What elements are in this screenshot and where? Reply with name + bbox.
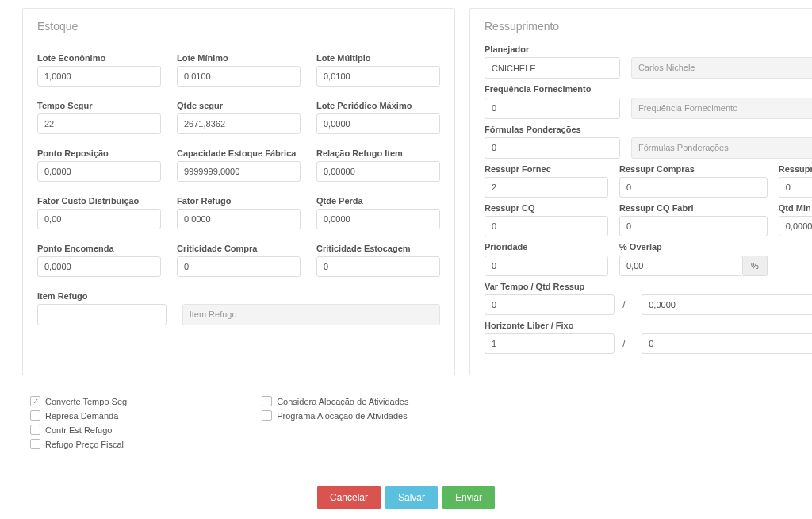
label-item-refugo: Item Refugo <box>37 282 440 304</box>
label-horizonte: Horizonte Liber / Fixo <box>485 320 812 333</box>
input-horizonte-liber[interactable] <box>485 333 615 354</box>
check-label: Considera Alocação de Atividades <box>277 397 408 406</box>
input-ressupr-fornec[interactable] <box>485 177 608 198</box>
label-freq-fornec: Frequência Fornecimento <box>485 83 812 97</box>
field-overlap: % Overlap % <box>619 241 768 275</box>
input-criticidade-compra[interactable] <box>177 256 301 277</box>
checkbox-icon <box>262 396 272 406</box>
input-criticidade-estocagem[interactable] <box>316 256 440 277</box>
input-planejador-code[interactable] <box>485 57 620 79</box>
field-qtde-segur: Qtde segur <box>177 91 301 134</box>
check-label: Programa Alocação de Atividades <box>277 411 408 421</box>
input-horizonte-fixo[interactable] <box>642 333 812 354</box>
label-lote-economico: Lote Econônimo <box>37 44 161 66</box>
input-lote-multiplo[interactable] <box>316 66 440 86</box>
label-tempo-segur: Tempo Segur <box>37 91 161 113</box>
check-considera-aloc[interactable]: Considera Alocação de Atividades <box>262 396 408 406</box>
field-fator-custo-distrib: Fator Custo Distribuição <box>37 186 161 229</box>
label-criticidade-compra: Criticidade Compra <box>177 234 301 256</box>
input-freq-fornec[interactable] <box>485 98 620 119</box>
input-ponto-encomenda[interactable] <box>37 256 161 277</box>
input-var-tempo[interactable] <box>485 294 615 315</box>
input-ressupr-cq[interactable] <box>485 216 608 236</box>
check-programa-aloc[interactable]: Programa Alocação de Atividades <box>262 410 408 421</box>
field-ressupr-compras: Ressupr Compras <box>619 163 768 198</box>
input-qtde-segur[interactable] <box>177 113 301 134</box>
input-prioridade[interactable] <box>485 256 608 276</box>
field-ressupr-cq: Ressupr CQ <box>485 202 608 236</box>
display-item-refugo: Item Refugo <box>182 304 440 325</box>
field-lote-multiplo: Lote Múltiplo <box>316 44 440 86</box>
field-fator-refugo: Fator Refugo <box>177 186 301 229</box>
field-qtd-min-ressup: Qtd Min Ressup <box>779 202 812 236</box>
input-tempo-segur[interactable] <box>37 113 161 134</box>
input-fator-refugo[interactable] <box>177 209 301 229</box>
checkbox-icon <box>30 439 40 449</box>
field-var-tempo-qtd: Var Tempo / Qtd Ressup / <box>485 281 812 315</box>
label-lote-periodico-max: Lote Periódico Máximo <box>316 91 440 113</box>
check-refugo-preco-fiscal[interactable]: Refugo Preço Fiscal <box>30 439 127 449</box>
sep-var-tempo: / <box>622 299 634 310</box>
checkbox-col-left: Converte Tempo Seg Represa Demanda Contr… <box>30 396 127 449</box>
input-overlap[interactable] <box>619 256 743 276</box>
checkbox-icon <box>30 410 40 421</box>
input-qtd-ressup[interactable] <box>642 294 812 315</box>
label-lote-multiplo: Lote Múltiplo <box>316 44 440 66</box>
field-lote-periodico-max: Lote Periódico Máximo <box>316 91 440 134</box>
field-lote-economico: Lote Econônimo <box>37 44 161 86</box>
input-lote-minimo[interactable] <box>177 66 301 86</box>
check-label: Represa Demanda <box>45 411 118 421</box>
label-ressupr-fabric: Ressupr Fabric <box>779 163 812 177</box>
ressuprimento-panel: Ressuprimento Planejador Carlos Nichele … <box>469 8 812 375</box>
input-lote-periodico-max[interactable] <box>316 113 440 134</box>
field-planejador: Planejador Carlos Nichele <box>485 44 812 79</box>
send-button[interactable]: Enviar <box>442 486 495 509</box>
checkbox-col-right: Considera Alocação de Atividades Program… <box>262 396 408 449</box>
check-label: Converte Tempo Seg <box>45 397 127 406</box>
display-planejador-name: Carlos Nichele <box>631 57 812 79</box>
field-ponto-reposicao: Ponto Reposição <box>37 139 161 182</box>
label-fator-custo-distrib: Fator Custo Distribuição <box>37 186 161 209</box>
label-ponto-encomenda: Ponto Encomenda <box>37 234 161 256</box>
input-cap-estoque-fabrica[interactable] <box>177 161 301 182</box>
check-contr-est-refugo[interactable]: Contr Est Refugo <box>30 425 127 435</box>
check-label: Refugo Preço Fiscal <box>45 440 124 449</box>
input-relacao-refugo-item[interactable] <box>316 161 440 182</box>
label-qtd-min-ressup: Qtd Min Ressup <box>779 202 812 216</box>
label-var-tempo-qtd: Var Tempo / Qtd Ressup <box>485 281 812 294</box>
estoque-title: Estoque <box>37 20 440 33</box>
input-ponto-reposicao[interactable] <box>37 161 161 182</box>
input-formulas[interactable] <box>485 137 620 159</box>
label-ressupr-compras: Ressupr Compras <box>619 163 768 177</box>
label-ressupr-cq-fabri: Ressupr CQ Fabri <box>619 202 768 216</box>
checkbox-icon <box>30 396 40 406</box>
input-item-refugo[interactable] <box>37 304 167 325</box>
input-ressupr-cq-fabri[interactable] <box>619 216 768 236</box>
action-bar: Cancelar Salvar Enviar <box>22 486 790 509</box>
overlap-suffix: % <box>743 256 768 276</box>
field-ressupr-fornec: Ressupr Fornec <box>485 163 608 198</box>
field-formulas: Fórmulas Ponderações Fórmulas Ponderaçõe… <box>485 124 812 159</box>
check-represa-demanda[interactable]: Represa Demanda <box>30 410 127 421</box>
input-qtd-min-ressup[interactable] <box>779 216 812 236</box>
field-tempo-segur: Tempo Segur <box>37 91 161 134</box>
cancel-button[interactable]: Cancelar <box>317 486 381 509</box>
input-qtde-perda[interactable] <box>316 209 440 229</box>
display-freq-fornec: Frequência Fornecimento <box>631 98 812 119</box>
input-ressupr-fabric[interactable] <box>779 177 812 198</box>
label-ressupr-cq: Ressupr CQ <box>485 202 608 216</box>
input-lote-economico[interactable] <box>37 66 161 86</box>
sep-horizonte: / <box>622 338 634 349</box>
field-prioridade: Prioridade <box>485 241 608 275</box>
field-cap-estoque-fabrica: Capacidade Estoque Fábrica <box>177 139 301 182</box>
field-ponto-encomenda: Ponto Encomenda <box>37 234 161 277</box>
label-lote-minimo: Lote Mínimo <box>177 44 301 66</box>
check-converte-tempo-seg[interactable]: Converte Tempo Seg <box>30 396 127 406</box>
save-button[interactable]: Salvar <box>385 486 438 509</box>
input-fator-custo-distrib[interactable] <box>37 209 161 229</box>
estoque-panel: Estoque Lote Econônimo Lote Mínimo Lote … <box>22 8 455 375</box>
label-overlap: % Overlap <box>619 241 768 255</box>
label-formulas: Fórmulas Ponderações <box>485 124 812 137</box>
label-fator-refugo: Fator Refugo <box>177 186 301 209</box>
input-ressupr-compras[interactable] <box>619 177 768 198</box>
